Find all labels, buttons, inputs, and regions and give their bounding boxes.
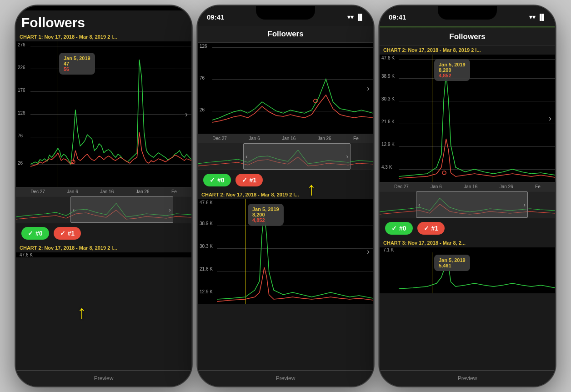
- status-icons-3: ▾▾ ▐▌: [529, 14, 546, 20]
- toggle-label-0-1: #0: [35, 230, 43, 237]
- battery-icon-3: ▐▌: [538, 14, 546, 20]
- check-icon-1-3: ✓: [424, 225, 429, 232]
- chart2-svg-2: [217, 199, 373, 304]
- date-jan16-1: Jan 16: [100, 189, 114, 194]
- range-selector-1[interactable]: ‹ ›: [70, 196, 173, 223]
- y2-476-3: 47.6 K: [381, 55, 395, 60]
- toggle-label-1-2: #1: [250, 176, 257, 184]
- date-dec27-2: Dec 27: [212, 136, 227, 141]
- range-selector-3[interactable]: ‹ ›: [416, 191, 528, 218]
- date-jan6-1: Jan 6: [67, 189, 78, 194]
- tooltip-3b: Jan 5, 2019 5,461: [434, 255, 470, 271]
- bottom-tab-1[interactable]: Preview: [16, 370, 191, 386]
- date-jan26-3: Jan 26: [500, 184, 513, 189]
- bottom-tab-3[interactable]: Preview: [380, 370, 555, 386]
- date-jan6-2: Jan 6: [249, 136, 260, 141]
- y2-43-3: 4.3 K: [381, 165, 392, 170]
- y2-129-3: 12.9 K: [381, 142, 395, 147]
- tooltip-date-3b: Jan 5, 2019: [439, 257, 466, 263]
- chart3-svg-3: [399, 252, 555, 293]
- nav-title-3: Followers: [449, 32, 485, 41]
- date-dec27-1: Dec 27: [30, 189, 45, 194]
- date-jan16-3: Jan 16: [464, 184, 477, 189]
- chart1-svg-2: [212, 43, 373, 134]
- tooltip-date-2b: Jan 5, 2019: [252, 206, 279, 212]
- notch-2: [256, 6, 315, 20]
- chevron-right-1[interactable]: ›: [185, 110, 188, 119]
- chart2-svg-3: [399, 55, 555, 182]
- tooltip-date-1: Jan 5, 2019: [64, 55, 90, 61]
- yellow-arrow-2: ↑: [307, 179, 316, 199]
- range-left-chevron-3[interactable]: ‹: [418, 201, 421, 208]
- yellow-arrow-1: ↑: [77, 302, 86, 322]
- range-left-chevron-1[interactable]: ‹: [73, 206, 75, 213]
- date-axis-1: Dec 27 Jan 6 Jan 16 Jan 26 Fe: [16, 187, 191, 196]
- tooltip-val2-3: 4,852: [439, 73, 466, 78]
- nav-bar-2: Followers: [198, 26, 373, 43]
- y2-303-2: 30.3 K: [200, 244, 213, 249]
- toggle-label-1-3: #1: [431, 225, 439, 232]
- toggle-0-2[interactable]: ✓ #0: [203, 174, 231, 186]
- range-right-chevron-1[interactable]: ›: [169, 206, 171, 213]
- status-icons-2: ▾▾ ▐▌: [347, 14, 364, 20]
- tooltip-date-3: Jan 5, 2019: [439, 62, 466, 67]
- date-jan26-1: Jan 26: [136, 189, 150, 194]
- check-icon-1-1: ✓: [60, 230, 65, 237]
- mini-chart-2: ‹ ›: [198, 143, 373, 170]
- check-icon-1-2: ✓: [242, 176, 247, 184]
- tooltip-1: Jan 5, 2019 47 56: [59, 53, 95, 75]
- toggle-label-0-2: #0: [217, 176, 225, 184]
- chart1-svg-1: [30, 41, 191, 182]
- y2-216-2: 21.6 K: [200, 266, 213, 271]
- range-right-chevron-2[interactable]: ›: [346, 153, 348, 160]
- tooltip-2b: Jan 5, 2019 8,200 4,852: [248, 204, 284, 226]
- nav-bar-3: Followers: [380, 29, 555, 45]
- range-right-chevron-3[interactable]: ›: [523, 201, 526, 208]
- tooltip-val1-2b: 8,200: [252, 212, 279, 217]
- chevron-right-2b[interactable]: ›: [367, 247, 370, 256]
- y2-129-2: 12.9 K: [200, 289, 213, 294]
- y-126-2: 126: [200, 44, 207, 49]
- toggle-1-1[interactable]: ✓ #1: [54, 227, 81, 240]
- tooltip-val1-3b: 5,461: [439, 263, 466, 268]
- tooltip-val2-1: 56: [64, 66, 90, 72]
- toggle-0-1[interactable]: ✓ #0: [21, 227, 49, 240]
- y-label-126: 126: [18, 111, 25, 116]
- chart2-area-3: 47.6 K 38.9 K 30.3 K 21.6 K 12.9 K 4.3 K…: [380, 55, 555, 182]
- y-76-2: 76: [200, 75, 205, 80]
- svg-point-2: [442, 171, 446, 175]
- mini-chart-3: ‹ ›: [380, 191, 555, 218]
- chart3-area-3: Jan 5, 2019 5,461: [380, 252, 555, 293]
- y-label-176: 176: [18, 88, 25, 93]
- range-selector-2[interactable]: ‹ ›: [243, 143, 351, 170]
- phone-3: 09:41 ▾▾ ▐▌ Followers CHART 2: Nov 17, 2…: [379, 5, 556, 387]
- notch-3: [438, 6, 497, 20]
- toggle-area-3: ✓ #0 ✓ #1: [380, 218, 555, 238]
- y2-476-2: 47.6 K: [200, 200, 213, 205]
- battery-icon-2: ▐▌: [356, 14, 364, 20]
- chevron-right-2a[interactable]: ›: [367, 84, 370, 93]
- chart1-area-2: 126 76 26 ›: [198, 43, 373, 134]
- check-icon-0-1: ✓: [28, 230, 33, 237]
- y2-389-2: 38.9 K: [200, 221, 213, 226]
- chevron-right-3[interactable]: ›: [549, 114, 551, 123]
- y2-303-3: 30.3 K: [381, 96, 395, 101]
- toggle-label-1-1: #1: [68, 230, 75, 237]
- toggle-area-2: ✓ #0 ✓ #1: [198, 170, 373, 190]
- date-feb-3: Fe: [535, 184, 541, 189]
- toggle-0-3[interactable]: ✓ #0: [385, 222, 413, 235]
- check-icon-0-2: ✓: [210, 176, 215, 184]
- date-dec27-3: Dec 27: [394, 184, 409, 189]
- chart2-top-y-1: 47.6 K: [16, 252, 191, 257]
- time-2: 09:41: [207, 13, 224, 21]
- tooltip-3: Jan 5, 2019 8,200 4,852: [434, 59, 470, 81]
- bottom-tab-2[interactable]: Preview: [198, 370, 373, 386]
- toggle-1-3[interactable]: ✓ #1: [417, 222, 445, 235]
- range-left-chevron-2[interactable]: ‹: [245, 153, 248, 160]
- date-feb-1: Fe: [171, 189, 177, 194]
- toggle-1-2[interactable]: ✓ #1: [235, 174, 263, 186]
- chart2-label-3: CHART 2: Nov 17, 2018 - Mar 8, 2019 2 l.…: [380, 45, 555, 55]
- nav-title-2: Followers: [267, 30, 303, 38]
- y-26-2: 26: [200, 107, 205, 112]
- wifi-icon-2: ▾▾: [347, 14, 354, 20]
